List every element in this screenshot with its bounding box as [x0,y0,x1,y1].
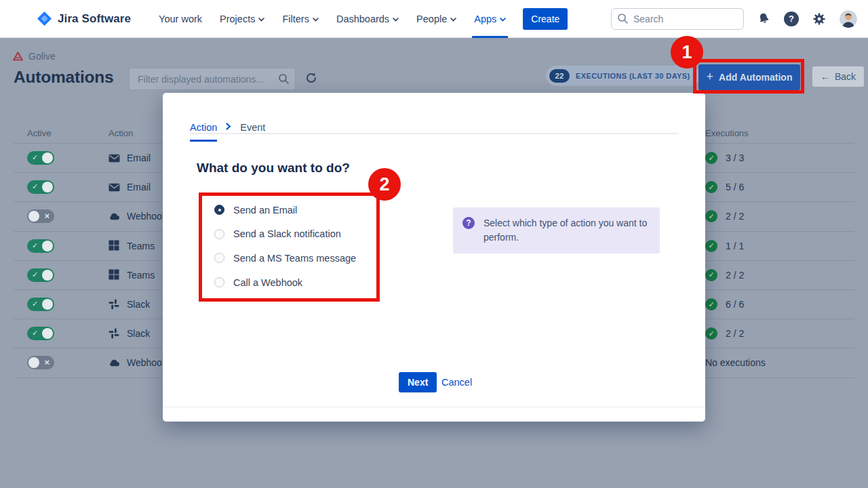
nav-item-apps[interactable]: Apps [465,0,515,38]
search-icon [617,13,629,24]
search-icon [278,73,290,85]
executions-count: 22 [549,69,570,83]
annotation-box-add-automation [693,59,804,94]
search-input[interactable] [611,8,744,30]
success-check-icon: ✓ [705,327,717,340]
slack-icon [108,328,120,340]
top-nav: Jira Software Your work Projects Filters… [0,0,868,38]
next-button[interactable]: Next [399,372,437,392]
chevron-down-icon [313,18,319,22]
action-label: Webhook [127,211,167,222]
jira-automations-screen: Jira Software Your work Projects Filters… [0,0,868,488]
chevron-down-icon [393,18,399,22]
teams-icon [108,240,120,251]
page-title: Automations [14,68,114,87]
annotation-box-action-options [199,192,380,302]
active-toggle-on[interactable]: ✓ [27,268,54,282]
chevron-right-icon [226,123,231,130]
action-label: Teams [127,241,155,251]
active-toggle-on[interactable]: ✓ [27,180,54,194]
help-icon[interactable]: ? [784,12,799,26]
executions-value: 2 / 2 [726,270,744,281]
create-button[interactable]: Create [523,8,568,30]
executions-value: 3 / 3 [726,152,744,163]
user-avatar[interactable] [840,10,857,28]
question-icon: ? [462,217,475,229]
action-label: Slack [127,299,150,310]
action-label: Teams [127,270,155,281]
success-check-icon: ✓ [705,269,717,281]
nav-item-people[interactable]: People [408,0,465,38]
tab-event[interactable]: Event [240,122,265,140]
global-search [611,8,744,30]
email-icon [108,152,120,164]
nav-item-dashboards[interactable]: Dashboards [328,0,408,38]
nav-item-filters[interactable]: Filters [273,0,327,38]
jira-diamond-icon [37,11,52,26]
slack-icon [108,299,120,310]
cancel-link[interactable]: Cancel [441,372,472,392]
success-check-icon: ✓ [705,298,717,310]
webhook-cloud-icon [108,211,120,222]
success-check-icon: ✓ [705,240,717,252]
chevron-down-icon [450,18,456,22]
active-toggle-off[interactable]: × [27,356,54,369]
action-label: Slack [127,328,150,339]
action-label: Webhook [127,357,167,368]
teams-icon [108,269,120,281]
success-check-icon: ✓ [705,181,717,193]
executions-value: 2 / 2 [726,211,744,222]
jira-logo[interactable]: Jira Software [37,11,131,26]
executions-value: No executions [705,357,766,368]
webhook-cloud-icon [108,357,120,369]
tabs-divider [190,133,678,134]
chevron-down-icon [258,18,264,22]
annotation-step-1: 1 [671,36,703,68]
back-button[interactable]: ← Back [812,66,864,87]
executions-value: 6 / 6 [726,299,744,310]
modal-heading: What do you want to do? [197,161,350,176]
action-label: Email [127,152,151,163]
executions-value: 5 / 6 [726,182,744,192]
filter-automations-input[interactable] [129,68,296,90]
active-toggle-on[interactable]: ✓ [27,327,54,340]
active-toggle-on[interactable]: ✓ [27,151,54,165]
executions-value: 2 / 2 [726,328,744,339]
active-toggle-on[interactable]: ✓ [27,298,54,311]
annotation-step-2: 2 [368,168,401,201]
nav-menu: Your work Projects Filters Dashboards Pe… [150,0,568,38]
chevron-down-icon [500,18,506,22]
filter-box [129,68,296,90]
column-header-executions: Executions [692,128,854,138]
success-check-icon: ✓ [705,210,717,222]
left-arrow-icon: ← [821,71,830,82]
email-icon [108,182,120,193]
active-toggle-off[interactable]: × [27,209,54,223]
executions-value: 1 / 1 [726,241,744,251]
breadcrumb-label: Golive [28,51,56,62]
success-check-icon: ✓ [705,152,717,164]
column-header-active: Active [14,128,95,138]
refresh-icon[interactable] [305,72,317,84]
brand-name: Jira Software [58,12,131,26]
golive-logo-icon [13,52,23,61]
modal-footer-divider [163,407,705,407]
executions-summary-badge: 22 EXECUTIONS (LAST 30 DAYS) [546,66,700,86]
breadcrumb[interactable]: Golive [13,51,56,62]
help-text: Select which type of action you want to … [484,216,650,245]
tab-action[interactable]: Action [190,122,217,140]
action-label: Email [127,182,151,192]
nav-item-projects[interactable]: Projects [211,0,273,38]
nav-item-your-work[interactable]: Your work [150,0,211,38]
settings-gear-icon[interactable] [812,12,827,26]
executions-label: EXECUTIONS (LAST 30 DAYS) [576,72,690,80]
notifications-bell-icon[interactable] [757,12,771,26]
help-callout: ? Select which type of action you want t… [453,207,660,253]
active-toggle-on[interactable]: ✓ [27,239,54,253]
